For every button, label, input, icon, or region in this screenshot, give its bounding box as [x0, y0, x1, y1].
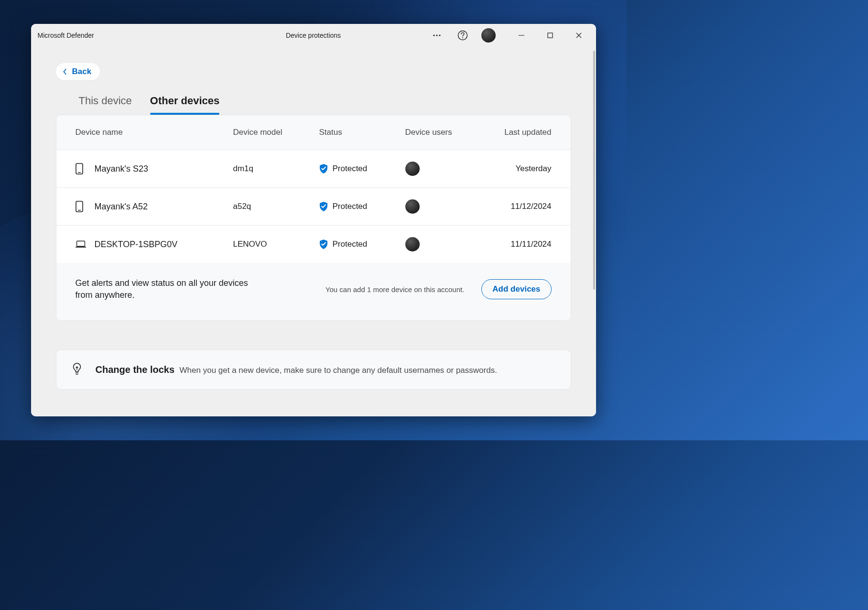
- maximize-button[interactable]: [540, 28, 561, 43]
- scrollbar[interactable]: [593, 51, 595, 385]
- close-icon: [576, 33, 582, 38]
- table-header: Device name Device model Status Device u…: [56, 115, 571, 150]
- svg-rect-6: [548, 33, 553, 38]
- help-icon: [457, 30, 468, 41]
- tip-content: Change the locks When you get a new devi…: [96, 364, 497, 375]
- svg-rect-5: [519, 35, 524, 36]
- card-footer: Get alerts and view status on all your d…: [56, 263, 571, 320]
- svg-rect-13: [76, 372, 78, 373]
- user-avatar: [405, 237, 420, 251]
- phone-icon: [76, 200, 86, 213]
- back-label: Back: [72, 67, 92, 76]
- status-label: Protected: [333, 240, 368, 249]
- user-avatar: [405, 162, 420, 176]
- cell-model: a52q: [233, 202, 319, 211]
- minimize-button[interactable]: [511, 28, 532, 43]
- phone-icon: [76, 163, 86, 175]
- svg-rect-12: [76, 247, 86, 248]
- table-row[interactable]: Mayank's A52a52qProtected11/12/2024: [56, 188, 571, 226]
- svg-point-2: [439, 34, 440, 36]
- svg-point-4: [462, 37, 463, 38]
- tip-title: Change the locks: [96, 364, 175, 375]
- footer-left-text: Get alerts and view status on all your d…: [76, 277, 257, 301]
- cell-device-name: DESKTOP-1SBPG0V: [76, 238, 233, 251]
- device-name-label: DESKTOP-1SBPG0V: [95, 240, 178, 250]
- body-area: Back This device Other devices Device na…: [31, 47, 596, 416]
- tabs: This device Other devices: [79, 95, 571, 114]
- close-button[interactable]: [568, 28, 589, 43]
- tab-other-devices[interactable]: Other devices: [150, 95, 220, 114]
- status-label: Protected: [333, 164, 368, 174]
- titlebar-right: [430, 28, 589, 43]
- cell-updated: 11/12/2024: [491, 202, 552, 211]
- table-row[interactable]: DESKTOP-1SBPG0VLENOVOProtected11/11/2024: [56, 226, 571, 263]
- cell-updated: 11/11/2024: [491, 240, 552, 249]
- th-name: Device name: [76, 128, 233, 137]
- shield-check-icon: [319, 164, 328, 174]
- more-button[interactable]: [430, 28, 444, 43]
- table-row[interactable]: Mayank's S23dm1qProtectedYesterday: [56, 150, 571, 188]
- svg-rect-8: [78, 172, 81, 173]
- back-button[interactable]: Back: [56, 63, 100, 80]
- svg-point-0: [433, 34, 434, 36]
- device-name-label: Mayank's S23: [95, 164, 149, 174]
- cell-users: [405, 199, 491, 214]
- device-name-label: Mayank's A52: [95, 202, 148, 212]
- minimize-icon: [519, 33, 524, 38]
- cell-device-name: Mayank's A52: [76, 200, 233, 213]
- cell-status: Protected: [319, 202, 405, 211]
- app-title: Microsoft Defender: [38, 32, 94, 39]
- cell-updated: Yesterday: [491, 164, 552, 174]
- account-avatar[interactable]: [481, 28, 496, 43]
- titlebar: Microsoft Defender Device protections: [31, 24, 596, 47]
- app-window: Microsoft Defender Device protections: [31, 24, 596, 416]
- svg-rect-10: [78, 210, 81, 210]
- svg-point-1: [436, 34, 437, 36]
- th-model: Device model: [233, 128, 319, 137]
- window-controls: [511, 28, 589, 43]
- cell-users: [405, 162, 491, 176]
- cell-model: LENOVO: [233, 240, 319, 249]
- cell-status: Protected: [319, 164, 405, 174]
- devices-card: Device name Device model Status Device u…: [56, 115, 571, 321]
- svg-rect-14: [76, 374, 78, 374]
- shield-check-icon: [319, 202, 328, 211]
- status-label: Protected: [333, 202, 368, 211]
- add-devices-button[interactable]: Add devices: [481, 279, 551, 299]
- cell-users: [405, 237, 491, 251]
- footer-mid-text: You can add 1 more device on this accoun…: [326, 285, 464, 294]
- help-button[interactable]: [456, 28, 470, 43]
- lightbulb-icon: [71, 362, 83, 377]
- user-avatar: [405, 199, 420, 214]
- chevron-left-icon: [62, 68, 68, 75]
- cell-device-name: Mayank's S23: [76, 163, 233, 175]
- th-updated: Last updated: [491, 128, 552, 137]
- ellipsis-icon: [433, 34, 441, 36]
- cell-status: Protected: [319, 240, 405, 249]
- maximize-icon: [547, 33, 553, 38]
- svg-rect-11: [76, 241, 85, 246]
- tip-body: When you get a new device, make sure to …: [180, 366, 497, 375]
- shield-check-icon: [319, 240, 328, 249]
- tip-card: Change the locks When you get a new devi…: [56, 349, 571, 390]
- th-users: Device users: [405, 128, 491, 137]
- tab-this-device[interactable]: This device: [79, 95, 132, 114]
- window-title: Device protections: [286, 32, 341, 39]
- laptop-icon: [76, 238, 86, 251]
- cell-model: dm1q: [233, 164, 319, 174]
- th-status: Status: [319, 128, 405, 137]
